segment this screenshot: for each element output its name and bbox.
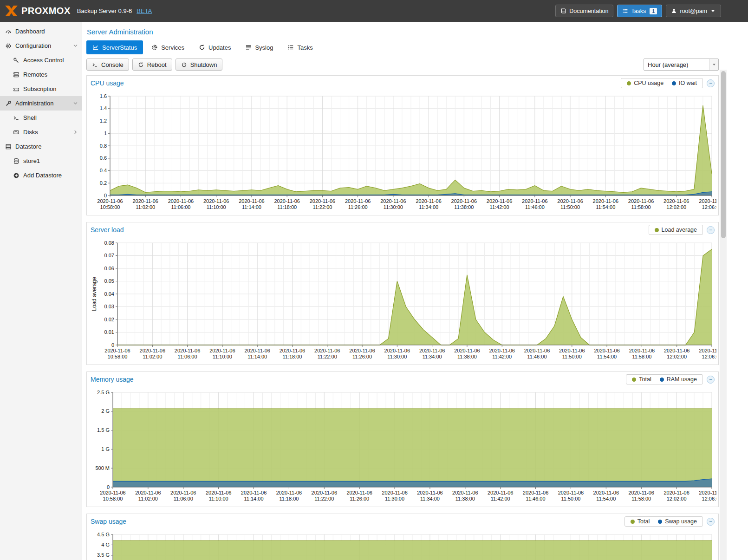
- panel-header-tools: CPU usageIO wait−: [621, 78, 715, 88]
- svg-text:2020-11-06: 2020-11-06: [168, 198, 194, 204]
- sidebar-item-subscription[interactable]: Subscription: [0, 82, 82, 96]
- main-content: Server Administration ServerStatusServic…: [82, 22, 748, 560]
- sidebar-item-label: store1: [23, 157, 40, 164]
- user-menu-button[interactable]: root@pam: [666, 5, 721, 17]
- svg-text:2020-11-06: 2020-11-06: [241, 490, 267, 495]
- collapse-panel-icon[interactable]: −: [707, 79, 715, 87]
- collapse-panel-icon[interactable]: −: [707, 518, 715, 526]
- remotes-icon: [13, 72, 20, 78]
- charts-container: CPU usageCPU usageIO wait−00.20.40.60.81…: [86, 75, 719, 560]
- svg-text:11:22:00: 11:22:00: [312, 204, 332, 210]
- timeframe-select[interactable]: Hour (average): [644, 59, 719, 71]
- tab-updates[interactable]: Updates: [193, 40, 237, 54]
- legend-item[interactable]: IO wait: [672, 80, 697, 86]
- legend-item[interactable]: Swap usage: [658, 518, 697, 525]
- sidebar-item-label: Datastore: [15, 143, 41, 150]
- svg-text:2020-11-06: 2020-11-06: [629, 348, 655, 353]
- console-button[interactable]: Console: [86, 59, 129, 71]
- svg-text:2020-11-06: 2020-11-06: [416, 198, 441, 204]
- chevron-down-icon[interactable]: [73, 101, 78, 106]
- beta-link[interactable]: BETA: [137, 7, 152, 14]
- sidebar-item-add-datastore[interactable]: Add Datastore: [0, 168, 82, 182]
- panel-header: CPU usageCPU usageIO wait−: [87, 76, 718, 91]
- sidebar-item-datastore[interactable]: Datastore: [0, 139, 82, 154]
- sidebar-item-label: Add Datastore: [23, 172, 62, 179]
- timeframe-value: Hour (average): [644, 61, 709, 68]
- tab-label: Updates: [208, 44, 231, 51]
- chart-legend: TotalRAM usage: [626, 374, 703, 384]
- svg-text:2020-11-06: 2020-11-06: [384, 348, 410, 353]
- svg-text:11:14:00: 11:14:00: [242, 204, 261, 210]
- chevron-right-icon[interactable]: [73, 130, 78, 135]
- caret-down-icon[interactable]: [709, 59, 718, 70]
- legend-item[interactable]: Load average: [655, 227, 697, 233]
- svg-text:11:02:00: 11:02:00: [138, 496, 158, 501]
- tab-label: Tasks: [297, 44, 312, 51]
- svg-text:11:50:00: 11:50:00: [562, 354, 582, 359]
- sidebar-item-dashboard[interactable]: Dashboard: [0, 24, 82, 39]
- svg-text:2020-11-06: 2020-11-06: [175, 348, 200, 353]
- toolbar: Console Reboot Shutdown Hour (average): [86, 59, 748, 71]
- panel-header: Memory usageTotalRAM usage−: [87, 372, 718, 387]
- sidebar-item-store1[interactable]: store1: [0, 154, 82, 168]
- shutdown-button[interactable]: Shutdown: [176, 59, 223, 71]
- svg-text:0.08: 0.08: [104, 240, 114, 246]
- legend-item[interactable]: CPU usage: [627, 80, 663, 86]
- legend-label: Swap usage: [665, 518, 697, 525]
- sidebar-item-shell[interactable]: Shell: [0, 111, 82, 125]
- svg-text:2020-11-06: 2020-11-06: [489, 348, 515, 353]
- svg-text:11:34:00: 11:34:00: [423, 354, 442, 359]
- vertical-scrollbar[interactable]: [720, 70, 727, 560]
- terminal-icon: [13, 115, 20, 121]
- tasks-button[interactable]: Tasks 1: [617, 5, 662, 17]
- svg-text:2020-11-06: 2020-11-06: [593, 198, 618, 204]
- svg-text:11:26:00: 11:26:00: [352, 354, 372, 359]
- collapse-panel-icon[interactable]: −: [707, 226, 715, 234]
- reboot-button[interactable]: Reboot: [132, 59, 172, 71]
- svg-text:2020-11-06: 2020-11-06: [452, 490, 478, 495]
- legend-label: RAM usage: [667, 376, 697, 383]
- sidebar-item-remotes[interactable]: Remotes: [0, 67, 82, 82]
- gears-icon: [151, 44, 158, 51]
- legend-item[interactable]: RAM usage: [660, 376, 697, 383]
- svg-text:11:42:00: 11:42:00: [492, 354, 512, 359]
- legend-item[interactable]: Total: [631, 518, 650, 525]
- disk-icon: [13, 129, 20, 136]
- sidebar-item-administration[interactable]: Administration: [0, 96, 82, 111]
- tab-tasks[interactable]: Tasks: [281, 40, 319, 54]
- svg-text:12:06:00: 12:06:00: [702, 204, 716, 210]
- svg-text:1.5 G: 1.5 G: [97, 427, 110, 433]
- legend-item[interactable]: Total: [632, 376, 651, 383]
- svg-text:2020-11-06: 2020-11-06: [523, 490, 548, 495]
- documentation-label: Documentation: [569, 8, 608, 14]
- svg-text:0: 0: [111, 342, 114, 348]
- tab-label: Services: [161, 44, 184, 51]
- svg-text:2020-11-06: 2020-11-06: [209, 348, 235, 353]
- panel-swap-usage: Swap usageTotalSwap usage−0500 M1 G1.5 G…: [86, 514, 719, 560]
- sidebar-item-access-control[interactable]: Access Control: [0, 53, 82, 67]
- sidebar-item-configuration[interactable]: Configuration: [0, 39, 82, 53]
- svg-text:4.5 G: 4.5 G: [97, 532, 110, 537]
- tab-serverstatus[interactable]: ServerStatus: [86, 40, 143, 54]
- svg-text:0.2: 0.2: [100, 180, 107, 186]
- add-icon: [13, 172, 20, 179]
- header-actions: Documentation Tasks 1 root@pam: [555, 5, 721, 17]
- svg-text:2020-11-06: 2020-11-06: [276, 490, 302, 495]
- tasks-count-badge: 1: [650, 8, 657, 14]
- svg-text:2020-11-06: 2020-11-06: [382, 490, 407, 495]
- tab-services[interactable]: Services: [145, 40, 190, 54]
- svg-text:11:02:00: 11:02:00: [136, 204, 155, 210]
- svg-text:11:06:00: 11:06:00: [171, 204, 190, 210]
- database-icon: [13, 158, 20, 164]
- server-load-chart: 00.010.020.030.040.050.060.070.082020-11…: [89, 238, 716, 363]
- sidebar-item-disks[interactable]: Disks: [0, 125, 82, 139]
- chart-title: Server load: [91, 226, 124, 234]
- proxmox-logo: PROXMOX: [5, 5, 71, 17]
- chart-title: Swap usage: [91, 518, 126, 525]
- tab-syslog[interactable]: Syslog: [239, 40, 279, 54]
- collapse-panel-icon[interactable]: −: [707, 376, 715, 384]
- scrollbar-thumb[interactable]: [721, 71, 726, 238]
- svg-text:2020-11-06: 2020-11-06: [557, 198, 583, 204]
- documentation-button[interactable]: Documentation: [555, 5, 613, 17]
- chevron-down-icon[interactable]: [73, 43, 78, 48]
